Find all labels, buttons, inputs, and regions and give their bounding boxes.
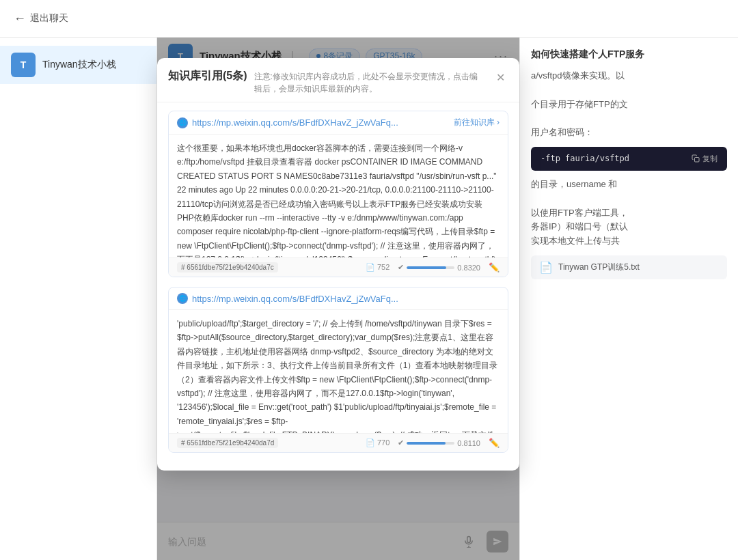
sidebar-item-tinywan[interactable]: T Tinywan技术小栈 [0, 46, 156, 84]
knowledge-link-2[interactable]: 🌐 https://mp.weixin.qq.com/s/BFdfDXHavZ_… [177, 293, 398, 304]
knowledge-url-2: https://mp.weixin.qq.com/s/BFdfDXHavZ_jZ… [192, 294, 398, 304]
right-text-7: 实现本地文件上传与共 [531, 236, 620, 246]
back-arrow-icon: ← [14, 12, 26, 26]
right-text-1: a/vsftpd镜像来实现。以 [531, 70, 625, 81]
bar-fill-1 [407, 266, 446, 269]
knowledge-tokens-2: 📄 770 [366, 438, 390, 447]
file-attachment[interactable]: 📄 Tinywan GTP训练5.txt [531, 255, 727, 279]
sidebar: T Tinywan技术小栈 [0, 38, 157, 560]
knowledge-item-2-body: 'public/upload/ftp';$target_directory = … [169, 310, 508, 433]
avatar: T [11, 53, 36, 77]
chat-area: T Tinywan技术小栈 | 8条记录 GPT35-16k ··· [157, 38, 519, 560]
knowledge-item-1: 🌐 https://mp.weixin.qq.com/s/BFdfDXHavZ_… [168, 111, 508, 277]
right-panel-title: 如何快速搭建个人FTP服务 [531, 48, 727, 61]
code-block: -ftp fauria/vsftpd 复制 [531, 147, 727, 171]
knowledge-stats-2: 📄 770 ✔ 0.8110 ✏️ [366, 438, 500, 448]
bar-track-1 [407, 266, 454, 269]
bar-track-2 [407, 442, 454, 445]
sidebar-item-label: Tinywan技术小栈 [42, 59, 116, 71]
check-icon-2: ✔ [398, 438, 404, 447]
score-value-1: 0.8320 [457, 264, 480, 272]
knowledge-text-1: 这个很重要，如果本地环境也用docker容器脚本的话，需要连接到同一个网络-v … [177, 143, 497, 257]
score-bar-2: ✔ 0.8110 [398, 438, 480, 447]
knowledge-url-1: https://mp.weixin.qq.com/s/BFdfDXHavZ_jZ… [192, 117, 398, 128]
knowledge-modal: 知识库引用(5条) 注意:修改知识库内容成功后，此处不会显示变更情况，点击编辑后… [157, 58, 519, 471]
modal-note: 注意:修改知识库内容成功后，此处不会显示变更情况，点击编辑后，会显示知识库最新的… [254, 69, 485, 95]
bar-fill-2 [407, 442, 446, 445]
modal-title: 知识库引用(5条) [168, 69, 247, 83]
right-text-6: 务器IP）和端口号（默认 [531, 221, 628, 232]
goto-kb-label-1: 前往知识库 › [454, 117, 500, 128]
copy-button[interactable]: 复制 [692, 154, 718, 164]
modal-overlay: 知识库引用(5条) 注意:修改知识库内容成功后，此处不会显示变更情况，点击编辑后… [157, 38, 519, 560]
knowledge-item-1-header: 🌐 https://mp.weixin.qq.com/s/BFdfDXHavZ_… [169, 111, 508, 135]
knowledge-tokens-1: 📄 752 [366, 263, 390, 272]
edit-icon-2[interactable]: ✏️ [489, 438, 500, 448]
code-text: -ftp fauria/vsftpd [541, 154, 629, 163]
edit-icon-1[interactable]: ✏️ [489, 262, 500, 272]
score-bar-1: ✔ 0.8320 [398, 263, 480, 272]
right-text-5: 以使用FTP客户端工具， [531, 208, 628, 218]
modal-header: 知识库引用(5条) 注意:修改知识库内容成功后，此处不会显示变更情况，点击编辑后… [157, 58, 519, 102]
knowledge-hash-1: # 6561fdbe75f21e9b4240da7c [177, 262, 278, 272]
main-layout: T Tinywan技术小栈 T Tinywan技术小栈 | 8条记录 GPT35… [0, 38, 738, 560]
svg-rect-3 [695, 158, 700, 163]
modal-body: 🌐 https://mp.weixin.qq.com/s/BFdfDXHavZ_… [157, 102, 519, 471]
right-text-3: 用户名和密码： [531, 127, 593, 137]
back-button[interactable]: ← 退出聊天 [14, 12, 68, 26]
knowledge-item-2: 🌐 https://mp.weixin.qq.com/s/BFdfDXHavZ_… [168, 287, 508, 453]
file-icon: 📄 [539, 261, 553, 274]
right-panel: 如何快速搭建个人FTP服务 a/vsftpd镜像来实现。以 个目录用于存储FTP… [519, 38, 738, 560]
knowledge-stats-1: 📄 752 ✔ 0.8320 ✏️ [366, 262, 500, 272]
right-panel-content: a/vsftpd镜像来实现。以 个目录用于存储FTP的文 用户名和密码： [531, 69, 727, 140]
knowledge-item-2-header: 🌐 https://mp.weixin.qq.com/s/BFdfDXHavZ_… [169, 288, 508, 310]
top-bar: ← 退出聊天 [0, 0, 738, 38]
score-value-2: 0.8110 [457, 439, 480, 447]
back-label: 退出聊天 [30, 12, 68, 25]
knowledge-link-1[interactable]: 🌐 https://mp.weixin.qq.com/s/BFdfDXHavZ_… [177, 117, 398, 128]
knowledge-item-2-footer: # 6561fdbe75f21e9b4240da7d 📄 770 ✔ [169, 433, 508, 452]
modal-close-button[interactable]: ✕ [492, 69, 508, 85]
file-label: Tinywan GTP训练5.txt [558, 262, 640, 273]
knowledge-item-1-footer: # 6561fdbe75f21e9b4240da7c 📄 752 ✔ [169, 257, 508, 277]
goto-kb-1[interactable]: 前往知识库 › [454, 117, 500, 128]
knowledge-text-2: 'public/upload/ftp';$target_directory = … [177, 319, 497, 433]
right-text-2: 个目录用于存储FTP的文 [531, 99, 628, 109]
copy-label: 复制 [702, 154, 718, 164]
knowledge-hash-2: # 6561fdbe75f21e9b4240da7d [177, 438, 278, 448]
knowledge-item-1-body: 这个很重要，如果本地环境也用docker容器脚本的话，需要连接到同一个网络-v … [169, 135, 508, 257]
check-icon-1: ✔ [398, 263, 404, 272]
globe-icon-1: 🌐 [177, 117, 188, 128]
right-text-4: 的目录，username 和 [531, 179, 617, 189]
globe-icon-2: 🌐 [177, 293, 188, 304]
right-panel-content-2: 的目录，username 和 以使用FTP客户端工具， 务器IP）和端口号（默认… [531, 178, 727, 249]
